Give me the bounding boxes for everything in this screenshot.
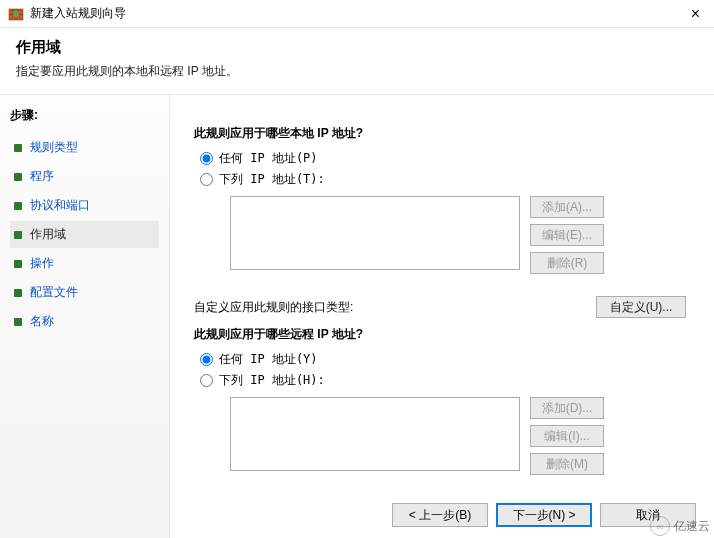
sidebar-item-label: 作用域 xyxy=(30,226,66,243)
sidebar-item-label: 协议和端口 xyxy=(30,197,90,214)
radio-label: 任何 IP 地址(Y) xyxy=(219,351,318,368)
sidebar-item-program[interactable]: 程序 xyxy=(10,163,159,190)
bullet-icon xyxy=(14,231,22,239)
next-button[interactable]: 下一步(N) > xyxy=(496,503,592,527)
radio-label: 下列 IP 地址(T): xyxy=(219,171,325,188)
remote-any-ip-radio[interactable]: 任何 IP 地址(Y) xyxy=(200,351,686,368)
sidebar-item-label: 程序 xyxy=(30,168,54,185)
bullet-icon xyxy=(14,202,22,210)
sidebar-item-scope[interactable]: 作用域 xyxy=(10,221,159,248)
radio-label: 下列 IP 地址(H): xyxy=(219,372,325,389)
sidebar-item-action[interactable]: 操作 xyxy=(10,250,159,277)
sidebar-item-protocol[interactable]: 协议和端口 xyxy=(10,192,159,219)
radio-input[interactable] xyxy=(200,374,213,387)
local-ip-listbox[interactable] xyxy=(230,196,520,270)
sidebar-item-label: 配置文件 xyxy=(30,284,78,301)
bullet-icon xyxy=(14,260,22,268)
titlebar: 新建入站规则向导 × xyxy=(0,0,714,28)
radio-input[interactable] xyxy=(200,173,213,186)
sidebar-item-rule-type[interactable]: 规则类型 xyxy=(10,134,159,161)
radio-label: 任何 IP 地址(P) xyxy=(219,150,318,167)
remote-ip-listbox[interactable] xyxy=(230,397,520,471)
local-add-button[interactable]: 添加(A)... xyxy=(530,196,604,218)
wizard-footer: < 上一步(B) 下一步(N) > 取消 xyxy=(190,492,696,538)
close-icon[interactable]: × xyxy=(685,5,706,23)
bullet-icon xyxy=(14,173,22,181)
sidebar-item-profile[interactable]: 配置文件 xyxy=(10,279,159,306)
bullet-icon xyxy=(14,144,22,152)
sidebar-item-label: 操作 xyxy=(30,255,54,272)
remote-edit-button[interactable]: 编辑(I)... xyxy=(530,425,604,447)
wizard-header: 作用域 指定要应用此规则的本地和远程 IP 地址。 xyxy=(0,28,714,95)
interface-type-label: 自定义应用此规则的接口类型: xyxy=(194,299,596,316)
window-title: 新建入站规则向导 xyxy=(30,5,685,22)
local-ip-heading: 此规则应用于哪些本地 IP 地址? xyxy=(194,125,686,142)
firewall-icon xyxy=(8,6,24,22)
sidebar-item-label: 名称 xyxy=(30,313,54,330)
local-edit-button[interactable]: 编辑(E)... xyxy=(530,224,604,246)
remote-these-ip-radio[interactable]: 下列 IP 地址(H): xyxy=(200,372,686,389)
local-these-ip-radio[interactable]: 下列 IP 地址(T): xyxy=(200,171,686,188)
radio-input[interactable] xyxy=(200,152,213,165)
steps-heading: 步骤: xyxy=(10,107,159,124)
local-any-ip-radio[interactable]: 任何 IP 地址(P) xyxy=(200,150,686,167)
bullet-icon xyxy=(14,289,22,297)
remote-add-button[interactable]: 添加(D)... xyxy=(530,397,604,419)
bullet-icon xyxy=(14,318,22,326)
cancel-button[interactable]: 取消 xyxy=(600,503,696,527)
remote-remove-button[interactable]: 删除(M) xyxy=(530,453,604,475)
local-remove-button[interactable]: 删除(R) xyxy=(530,252,604,274)
sidebar-item-label: 规则类型 xyxy=(30,139,78,156)
radio-input[interactable] xyxy=(200,353,213,366)
customize-interface-button[interactable]: 自定义(U)... xyxy=(596,296,686,318)
sidebar-item-name[interactable]: 名称 xyxy=(10,308,159,335)
page-subtitle: 指定要应用此规则的本地和远程 IP 地址。 xyxy=(16,63,698,80)
remote-ip-heading: 此规则应用于哪些远程 IP 地址? xyxy=(194,326,686,343)
page-title: 作用域 xyxy=(16,38,698,57)
wizard-content: 此规则应用于哪些本地 IP 地址? 任何 IP 地址(P) 下列 IP 地址(T… xyxy=(170,95,714,538)
back-button[interactable]: < 上一步(B) xyxy=(392,503,488,527)
steps-sidebar: 步骤: 规则类型 程序 协议和端口 作用域 操作 配置文件 名称 xyxy=(0,95,170,538)
svg-point-5 xyxy=(13,10,19,16)
